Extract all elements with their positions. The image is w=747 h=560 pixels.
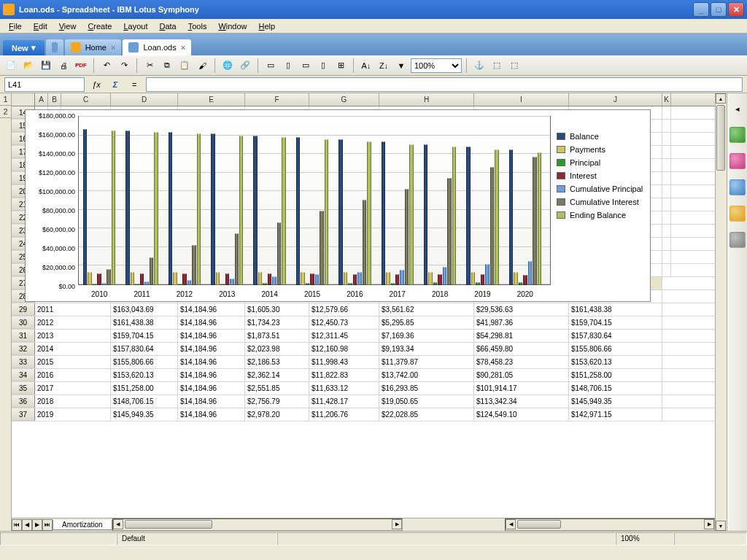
cell[interactable]: $12,579.66 (309, 303, 379, 316)
menu-file[interactable]: File (3, 20, 28, 32)
vertical-scrollbar[interactable]: ▲ ▼ (715, 93, 727, 531)
cell[interactable]: $145,949.35 (569, 395, 662, 408)
scroll-left-button[interactable]: ◀ (113, 519, 123, 529)
cell[interactable]: 2015 (35, 356, 111, 368)
cell[interactable]: $29,536.63 (474, 303, 569, 316)
cell[interactable]: $1,605.30 (245, 303, 309, 316)
cell[interactable]: 2016 (35, 369, 111, 381)
cell[interactable]: $41,987.36 (474, 316, 569, 329)
cell[interactable] (662, 198, 671, 211)
link-button[interactable]: 🔗 (237, 58, 253, 74)
cell[interactable]: $14,184.96 (178, 316, 245, 329)
col-header-B[interactable]: B (48, 93, 61, 106)
cell[interactable]: $148,706.15 (569, 382, 662, 394)
menu-data[interactable]: Data (153, 20, 182, 32)
next-sheet-button[interactable]: ▶ (32, 519, 42, 531)
side-tool-functions[interactable] (729, 232, 746, 248)
minimize-button[interactable]: _ (693, 2, 709, 17)
scroll-up-button[interactable]: ▲ (716, 93, 726, 104)
col-header-G[interactable]: G (309, 93, 379, 106)
cell[interactable]: $16,293.85 (379, 382, 474, 394)
cell[interactable]: $14,184.96 (178, 343, 245, 355)
function-wizard-button[interactable]: ƒx (89, 78, 104, 91)
horizontal-scrollbar[interactable]: ◀ ▶ (112, 518, 403, 531)
cell[interactable]: $157,830.64 (569, 330, 662, 342)
sheet-tab[interactable]: Amortization (53, 520, 112, 530)
cut-button[interactable]: ✂ (142, 58, 158, 74)
cell[interactable]: 2012 (35, 316, 111, 329)
menu-create[interactable]: Create (82, 20, 117, 32)
cells-area[interactable]: $0.00$20,000.00$40,000.00$60,000.00$80,0… (12, 106, 715, 518)
menu-edit[interactable]: Edit (28, 20, 53, 32)
side-tool-styles[interactable] (729, 153, 746, 169)
cell[interactable]: $12,311.45 (309, 330, 379, 342)
cell[interactable]: $11,428.17 (309, 395, 379, 408)
col-header-H[interactable]: H (379, 93, 474, 106)
row-header[interactable]: 32 (12, 343, 35, 355)
menu-view[interactable]: View (53, 20, 82, 32)
cell[interactable]: $7,169.36 (379, 330, 474, 342)
scroll-left-button[interactable]: ◀ (506, 519, 516, 529)
cell[interactable]: $159,704.15 (111, 330, 178, 342)
paste-button[interactable]: 📋 (177, 58, 193, 74)
cell[interactable]: $9,193.34 (379, 343, 474, 355)
menu-layout[interactable]: Layout (117, 20, 153, 32)
cell[interactable]: 2013 (35, 330, 111, 342)
menu-tools[interactable]: Tools (182, 20, 213, 32)
sort-desc-button[interactable]: Z↓ (376, 58, 392, 74)
scroll-thumb[interactable] (716, 105, 725, 171)
menu-help[interactable]: Help (253, 20, 282, 32)
row-header[interactable]: 29 (12, 303, 35, 316)
web-button[interactable]: 🌐 (220, 58, 236, 74)
insert-row-button[interactable]: ▭ (263, 58, 279, 74)
row-header[interactable]: 34 (12, 369, 35, 381)
cell[interactable]: $1,873.51 (245, 330, 309, 342)
cell[interactable]: $3,561.62 (379, 303, 474, 316)
cell[interactable]: 2011 (35, 303, 111, 316)
cell[interactable]: $148,706.15 (111, 395, 178, 408)
cell[interactable]: $14,184.96 (178, 369, 245, 381)
cell[interactable]: $19,050.65 (379, 395, 474, 408)
cell[interactable]: $14,184.96 (178, 330, 245, 342)
side-tool-navigator[interactable] (729, 206, 746, 222)
cell[interactable]: $161,438.38 (569, 303, 662, 316)
menu-window[interactable]: Window (212, 20, 252, 32)
delete-col-button[interactable]: ▯ (315, 58, 331, 74)
cell[interactable]: 2014 (35, 343, 111, 355)
cell[interactable] (662, 146, 671, 158)
cell[interactable]: $5,295.85 (379, 316, 474, 329)
cell[interactable]: $22,028.85 (379, 408, 474, 421)
open-button[interactable]: 📂 (20, 58, 36, 74)
sort-asc-button[interactable]: A↓ (358, 58, 374, 74)
cell[interactable] (662, 106, 671, 119)
merge-button[interactable]: ⊞ (333, 58, 349, 74)
cell[interactable] (662, 133, 671, 145)
cell[interactable]: $11,379.87 (379, 356, 474, 368)
collapse-side-button[interactable]: ◂ (729, 101, 746, 117)
thumbnails-button[interactable] (46, 39, 63, 55)
formula-input[interactable] (146, 77, 743, 92)
last-sheet-button[interactable]: ⏭ (42, 519, 53, 531)
format-paint-button[interactable]: 🖌 (194, 58, 210, 74)
cell[interactable]: $157,830.64 (111, 343, 178, 355)
cell[interactable]: $11,633.12 (309, 382, 379, 394)
cell[interactable]: $155,806.66 (569, 343, 662, 355)
col-header-I[interactable]: I (474, 93, 569, 106)
cell[interactable]: $14,184.96 (178, 395, 245, 408)
name-box[interactable] (4, 77, 85, 92)
cell[interactable]: $124,549.10 (474, 408, 569, 421)
insert-col-button[interactable]: ▯ (280, 58, 296, 74)
cell[interactable]: $12,160.98 (309, 343, 379, 355)
scroll-right-button[interactable]: ▶ (392, 519, 402, 529)
delete-row-button[interactable]: ▭ (298, 58, 314, 74)
row-header[interactable]: 37 (12, 408, 35, 421)
col-header-A[interactable]: A (35, 93, 48, 106)
cell[interactable]: $161,438.38 (111, 316, 178, 329)
chart-object[interactable]: $0.00$20,000.00$40,000.00$60,000.00$80,0… (25, 109, 651, 302)
scroll-right-button[interactable]: ▶ (704, 519, 714, 529)
cell[interactable]: $2,978.20 (245, 408, 309, 421)
cell[interactable]: $159,704.15 (569, 316, 662, 329)
cell[interactable]: $66,459.80 (474, 343, 569, 355)
cell[interactable]: $14,184.96 (178, 382, 245, 394)
cell[interactable] (662, 264, 671, 276)
